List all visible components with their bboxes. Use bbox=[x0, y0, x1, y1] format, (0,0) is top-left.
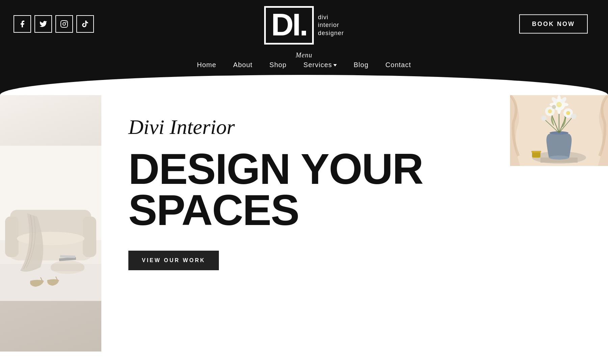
instagram-icon[interactable] bbox=[55, 15, 73, 33]
flowers-svg bbox=[510, 95, 608, 166]
view-our-work-button[interactable]: VIEW OUR WORK bbox=[128, 251, 219, 270]
svg-rect-8 bbox=[5, 217, 19, 257]
right-decorative-image bbox=[510, 95, 608, 166]
svg-point-32 bbox=[562, 103, 568, 106]
nav-link-blog[interactable]: Blog bbox=[354, 61, 369, 68]
svg-point-1 bbox=[63, 23, 66, 25]
chevron-down-icon bbox=[333, 64, 337, 66]
header: DI. divi interior designer BOOK NOW Menu… bbox=[0, 0, 608, 95]
svg-point-40 bbox=[571, 114, 576, 119]
nav-item-contact[interactable]: Contact bbox=[385, 61, 411, 69]
nav-link-about[interactable]: About bbox=[233, 61, 252, 68]
book-now-button[interactable]: BOOK NOW bbox=[519, 15, 588, 34]
svg-point-39 bbox=[541, 115, 547, 121]
menu-label: Menu bbox=[296, 51, 312, 59]
svg-point-29 bbox=[557, 95, 561, 102]
svg-point-38 bbox=[566, 111, 570, 115]
nav-item-blog[interactable]: Blog bbox=[354, 61, 369, 69]
tiktok-icon[interactable] bbox=[76, 15, 94, 33]
header-top: DI. divi interior designer BOOK NOW bbox=[0, 0, 608, 48]
header-curve bbox=[0, 75, 608, 95]
svg-point-20 bbox=[549, 156, 569, 160]
logo-text: divi interior designer bbox=[318, 13, 344, 37]
svg-point-30 bbox=[557, 107, 561, 114]
twitter-icon[interactable] bbox=[34, 15, 52, 33]
nav-link-shop[interactable]: Shop bbox=[270, 61, 287, 68]
nav-links: Home About Shop Services Blog Contact bbox=[197, 61, 411, 75]
nav-item-home[interactable]: Home bbox=[197, 61, 216, 69]
svg-rect-43 bbox=[531, 151, 541, 152]
svg-rect-9 bbox=[83, 217, 96, 257]
facebook-icon[interactable] bbox=[14, 15, 31, 33]
left-image-content bbox=[0, 95, 101, 352]
left-decorative-image bbox=[0, 95, 101, 352]
svg-rect-42 bbox=[532, 152, 540, 158]
svg-point-10 bbox=[17, 232, 84, 245]
svg-rect-0 bbox=[61, 21, 68, 27]
logo-container[interactable]: DI. divi interior designer bbox=[264, 6, 344, 45]
svg-point-36 bbox=[548, 109, 552, 113]
nav-link-contact[interactable]: Contact bbox=[385, 61, 411, 68]
svg-point-41 bbox=[552, 105, 556, 109]
sofa-svg bbox=[0, 95, 101, 352]
nav-link-services[interactable]: Services bbox=[303, 61, 337, 69]
svg-point-2 bbox=[66, 22, 67, 23]
right-image-inner bbox=[510, 95, 608, 166]
nav-item-about[interactable]: About bbox=[233, 61, 252, 69]
nav-item-shop[interactable]: Shop bbox=[270, 61, 287, 69]
svg-rect-12 bbox=[51, 264, 84, 271]
hero-section: Divi Interior DESIGN YOUR SPACES VIEW OU… bbox=[0, 95, 608, 352]
social-bar bbox=[14, 15, 94, 33]
nav-link-home[interactable]: Home bbox=[197, 61, 216, 68]
nav-item-services[interactable]: Services bbox=[303, 61, 337, 69]
nav-container: Menu Home About Shop Services Blog Cont bbox=[0, 48, 608, 75]
logo-initials: DI. bbox=[264, 6, 314, 45]
hero-heading-line2: SPACES bbox=[128, 190, 588, 231]
